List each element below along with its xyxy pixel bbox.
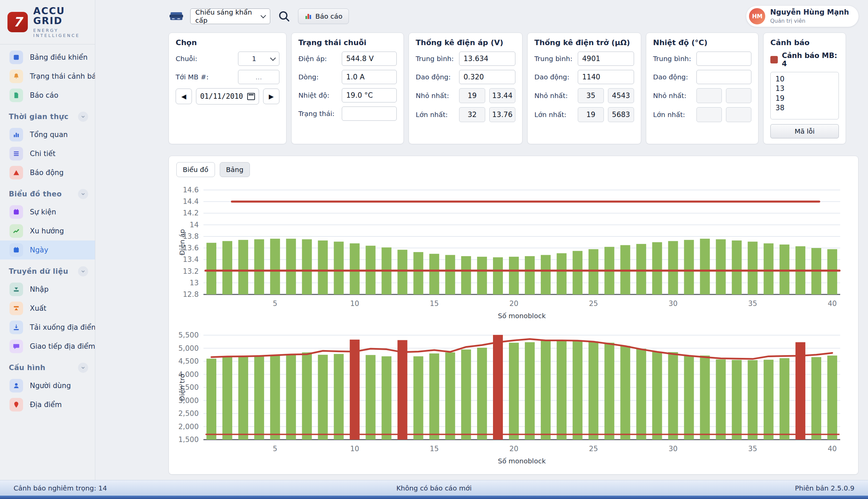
sidebar-item-users[interactable]: Người dùng <box>0 376 95 395</box>
trend-icon <box>10 224 23 238</box>
alarm-mb-list[interactable]: 10131938 <box>770 72 839 119</box>
resistance-average-field[interactable] <box>578 51 634 66</box>
user-menu[interactable]: HM Nguyễn Hùng Mạnh Quản trị viên <box>746 6 858 27</box>
sidebar-item-overview[interactable]: Tổng quan <box>0 125 95 144</box>
voltage-min-value: 13.44 <box>489 88 516 103</box>
status-field[interactable] <box>342 107 397 121</box>
svg-text:2,000: 2,000 <box>178 423 199 431</box>
chevron-down-icon <box>81 365 85 370</box>
collapse-group-button[interactable] <box>78 363 88 373</box>
temp-deviation-field[interactable] <box>696 70 751 84</box>
main-area: Chiếu sáng khẩn cấp <box>95 0 868 480</box>
maximum-label: Lớn nhất: <box>653 111 696 119</box>
collapse-group-button[interactable] <box>78 266 88 277</box>
sidebar-item-alarms[interactable]: Báo động <box>0 163 95 182</box>
table-view-toggle[interactable]: Bảng <box>220 162 250 177</box>
average-label: Trung bình: <box>416 54 459 63</box>
resistance-chart: 1,5002,0002,5003,0003,5004,0004,5005,000… <box>176 326 851 465</box>
sidebar-item-trends[interactable]: Xu hướng <box>0 221 95 241</box>
sidebar-item-dashboard[interactable]: Bảng điều khiển <box>0 48 95 67</box>
minimum-label: Nhỏ nhất: <box>416 92 459 100</box>
sidebar-item-label: Xu hướng <box>30 227 64 235</box>
date-input[interactable]: 01/11/2010 <box>196 88 259 105</box>
svg-text:5,500: 5,500 <box>178 331 199 339</box>
temp-average-field[interactable] <box>696 51 751 66</box>
resistance-deviation-field[interactable] <box>578 70 634 84</box>
calendar-icon <box>10 205 23 219</box>
current-label: Dòng: <box>298 73 342 81</box>
current-field[interactable] <box>342 70 397 84</box>
maximum-label: Lớn nhất: <box>416 111 459 119</box>
sidebar-item-download-site[interactable]: Tải xuống địa điểm <box>0 318 95 337</box>
collapse-group-button[interactable] <box>78 112 88 122</box>
string-number-select[interactable]: 1 <box>238 51 280 66</box>
app-layout: 7 ACCU GRID ENERGY INTELLIGENCE Bảng điề… <box>0 0 868 480</box>
alarm-mb-item[interactable]: 38 <box>776 103 834 113</box>
alarm-color-swatch <box>770 56 778 63</box>
svg-text:30: 30 <box>669 445 678 453</box>
brand-logo-icon: 7 <box>8 12 28 32</box>
battery-stack-icon <box>169 11 184 22</box>
resistance-min-mb: 35 <box>578 88 604 103</box>
voltage-average-field[interactable] <box>459 51 516 66</box>
temperature-field[interactable] <box>342 88 397 102</box>
chat-icon <box>10 340 23 353</box>
sidebar-item-sites[interactable]: Địa điểm <box>0 395 95 414</box>
collapse-group-button[interactable] <box>78 189 88 199</box>
panel-select: Chọn Chuỗi: 1 Tới MB #: ◀ <box>169 33 286 144</box>
voltage-deviation-field[interactable] <box>459 70 516 84</box>
temperature-label: Nhiệt độ: <box>298 91 342 99</box>
svg-text:13.2: 13.2 <box>183 267 199 276</box>
sidebar-item-day[interactable]: Ngày <box>0 241 95 259</box>
search-button[interactable] <box>276 9 292 24</box>
chart-view-toggle[interactable]: Biểu đồ <box>176 162 215 177</box>
sidebar-item-alarm-status[interactable]: Trạng thái cảnh báo <box>0 67 95 86</box>
sidebar-item-details[interactable]: Chi tiết <box>0 144 95 163</box>
average-label: Trung bình: <box>534 54 578 63</box>
previous-day-button[interactable]: ◀ <box>176 88 192 104</box>
sidebar-item-events[interactable]: Sự kiện <box>0 203 95 221</box>
sidebar-item-label: Tổng quan <box>30 131 68 139</box>
status-bar: Không có báo cáo mới Cảnh báo nghiêm trọ… <box>0 480 868 496</box>
x-axis-labels: 510152025303540 <box>273 445 837 453</box>
panel-resistance-stats-title: Thống kê điện trở (µΩ) <box>534 38 634 47</box>
sidebar-item-label: Người dùng <box>30 382 71 390</box>
voltage-label: Điện áp: <box>298 54 342 63</box>
calendar-icon <box>10 243 23 257</box>
topbar: Chiếu sáng khẩn cấp <box>169 0 858 33</box>
error-code-button[interactable]: Mã lỗi <box>770 124 839 138</box>
resistance-max-value: 5683 <box>608 107 634 122</box>
temp-min-mb <box>696 88 722 103</box>
sidebar-group-title: Cấu hình <box>9 364 46 372</box>
panel-alarms-title: Cảnh báo <box>770 38 839 47</box>
svg-text:10: 10 <box>350 445 359 453</box>
report-button[interactable]: Báo cáo <box>298 9 349 24</box>
svg-text:15: 15 <box>430 445 439 453</box>
sidebar: 7 ACCU GRID ENERGY INTELLIGENCE Bảng điề… <box>0 0 95 480</box>
alarm-mb-item[interactable]: 19 <box>776 94 834 103</box>
to-mb-label: Tới MB #: <box>176 73 219 81</box>
sidebar-nav: Bảng điều khiểnTrạng thái cảnh báoBáo cá… <box>0 48 95 414</box>
sidebar-item-reports[interactable]: Báo cáo <box>0 86 95 105</box>
string-select[interactable]: Chiếu sáng khẩn cấp <box>190 9 270 24</box>
svg-text:20: 20 <box>509 300 518 308</box>
to-mb-input[interactable] <box>238 70 280 84</box>
panel-temperature-stats: Nhiệt độ (°C) Trung bình: Dao động: Nhỏ … <box>646 33 758 144</box>
sidebar-item-export[interactable]: Xuất <box>0 299 95 318</box>
panel-voltage-stats-title: Thống kê điện áp (V) <box>416 38 516 47</box>
next-day-button[interactable]: ▶ <box>263 88 280 104</box>
chevron-down-icon <box>81 269 85 274</box>
voltage-field[interactable] <box>342 51 397 66</box>
sidebar-group-header: Cấu hình <box>0 356 95 376</box>
alarm-mb-item[interactable]: 13 <box>776 84 834 93</box>
list-icon <box>10 147 23 160</box>
y-axis-title: Điện trở <box>178 374 186 401</box>
sidebar-item-communicate-site[interactable]: Giao tiếp địa điểm <box>0 337 95 356</box>
panel-voltage-stats: Thống kê điện áp (V) Trung bình: Dao độn… <box>409 33 522 144</box>
svg-text:14: 14 <box>189 221 199 229</box>
user-name: Nguyễn Hùng Mạnh <box>770 9 849 16</box>
alarm-mb-item[interactable]: 10 <box>776 74 834 84</box>
sidebar-item-label: Báo cáo <box>30 91 58 99</box>
sidebar-item-import[interactable]: Nhập <box>0 280 95 299</box>
temp-min-value <box>726 88 751 103</box>
